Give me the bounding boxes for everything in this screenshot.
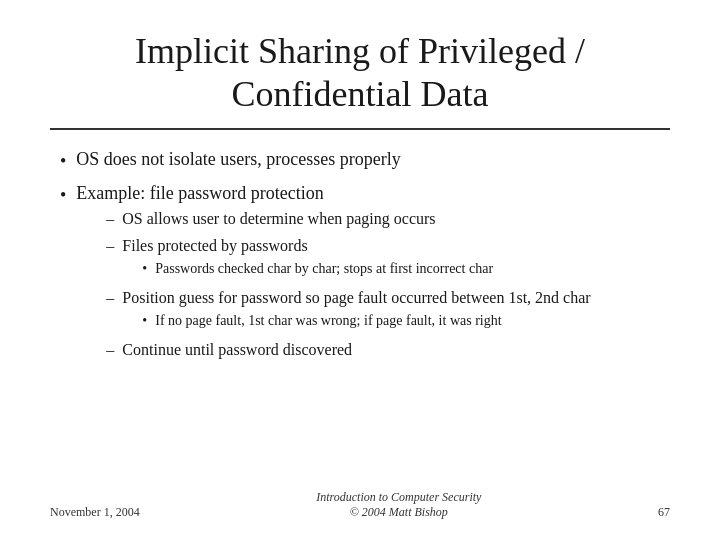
sub-item-2: – Files protected by passwords • Passwor… [106,236,590,282]
sub-list: – OS allows user to determine when pagin… [106,209,590,361]
bullet-text-1: OS does not isolate users, processes pro… [76,148,400,171]
sub-sub-list-1: • Passwords checked char by char; stops … [142,260,493,278]
sub-text-4: Continue until password discovered [122,340,352,361]
sub-sub-dot-2: • [142,312,147,330]
title-line2: Confidential Data [232,74,489,114]
bullet-dot-1: • [60,150,66,173]
dash-1: – [106,209,114,230]
bullet-text-2: Example: file password protection [76,183,323,203]
footer-center-line2: © 2004 Matt Bishop [316,505,481,520]
sub-sub-list-2: • If no page fault, 1st char was wrong; … [142,312,590,330]
bullet-item-2: • Example: file password protection – OS… [60,182,660,367]
slide-content: • OS does not isolate users, processes p… [50,148,670,480]
sub-sub-text-1: Passwords checked char by char; stops at… [155,260,493,278]
sub-text-3: Position guess for password so page faul… [122,289,590,306]
bullet-item-2-content: Example: file password protection – OS a… [76,182,590,367]
slide: Implicit Sharing of Privileged / Confide… [0,0,720,540]
main-bullet-list: • OS does not isolate users, processes p… [60,148,660,366]
footer-center: Introduction to Computer Security © 2004… [316,490,481,520]
sub-item-2-content: Files protected by passwords • Passwords… [122,236,493,282]
title-section: Implicit Sharing of Privileged / Confide… [50,30,670,130]
footer-page-number: 67 [658,505,670,520]
dash-3: – [106,288,114,309]
bullet-item-1: • OS does not isolate users, processes p… [60,148,660,173]
footer-date: November 1, 2004 [50,505,140,520]
sub-sub-item-2: • If no page fault, 1st char was wrong; … [142,312,590,330]
sub-sub-dot-1: • [142,260,147,278]
sub-text-1: OS allows user to determine when paging … [122,209,435,230]
sub-item-3: – Position guess for password so page fa… [106,288,590,334]
bullet-dot-2: • [60,184,66,207]
dash-4: – [106,340,114,361]
dash-2: – [106,236,114,257]
slide-footer: November 1, 2004 Introduction to Compute… [50,480,670,520]
sub-sub-text-2: If no page fault, 1st char was wrong; if… [155,312,501,330]
sub-item-1: – OS allows user to determine when pagin… [106,209,590,230]
slide-title: Implicit Sharing of Privileged / Confide… [50,30,670,116]
title-line1: Implicit Sharing of Privileged / [135,31,585,71]
sub-sub-item-1: • Passwords checked char by char; stops … [142,260,493,278]
footer-center-line1: Introduction to Computer Security [316,490,481,505]
sub-item-3-content: Position guess for password so page faul… [122,288,590,334]
sub-item-4: – Continue until password discovered [106,340,590,361]
sub-text-2: Files protected by passwords [122,237,307,254]
